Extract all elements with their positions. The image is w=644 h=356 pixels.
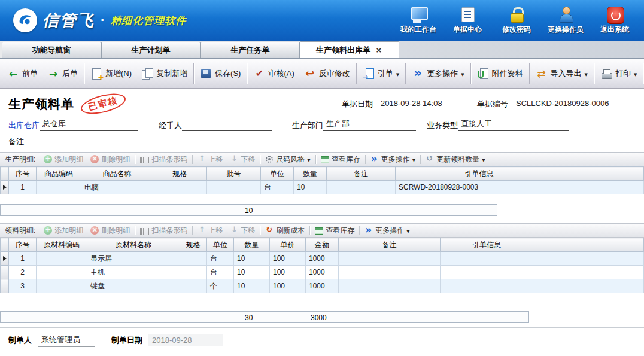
more-actions-section-button[interactable]: 更多操作	[367, 154, 419, 165]
cell-seq[interactable]: 2	[9, 266, 37, 279]
next-doc-button[interactable]: 后单	[42, 62, 83, 85]
header-action-exit-system[interactable]: 退出系统	[590, 5, 639, 36]
cell-seq[interactable]: 3	[9, 279, 37, 293]
scan-barcode-button[interactable]: 扫描条形码	[136, 225, 191, 236]
add-detail-button[interactable]: 添加明细	[40, 154, 87, 165]
update-qty-button[interactable]: 更新领料数量	[422, 154, 488, 165]
save-button[interactable]: 保存(S)	[195, 62, 245, 85]
cell-ref[interactable]: SCRWD-20180928-0003	[396, 181, 563, 194]
cell-unit[interactable]: 台	[207, 252, 234, 266]
view-stock-button[interactable]: 查看库存	[311, 225, 358, 236]
material-summary-band: 30 3000	[0, 311, 529, 323]
grid-header-row: 序号 商品编码 商品名称 规格 批号 单位 数量 备注 引单信息	[1, 167, 644, 181]
header-action-change-password[interactable]: 修改密码	[492, 5, 541, 36]
header-action-workstation[interactable]: 我的工作台	[394, 5, 443, 36]
cell-seq[interactable]: 1	[9, 181, 37, 194]
doc-no-field[interactable]: SCLLCKD-20180928-0006	[513, 98, 636, 109]
delete-detail-button[interactable]: 删除明细	[87, 154, 133, 165]
save-icon	[200, 68, 212, 80]
cell-amount[interactable]: 1000	[306, 279, 339, 293]
button-label: 导入导出	[551, 68, 582, 79]
dept-field[interactable]: 生产部	[323, 118, 416, 131]
grid-row[interactable]: 2 主机 台 10 100 1000	[1, 266, 644, 279]
cell-code[interactable]	[37, 181, 81, 194]
scan-barcode-button[interactable]: 扫描条形码	[136, 154, 191, 165]
cell-amount[interactable]: 1000	[306, 252, 339, 266]
stock-grid-icon	[315, 227, 323, 235]
cell-unit[interactable]: 台	[261, 181, 294, 194]
cell-code[interactable]	[37, 279, 87, 293]
copy-new-button[interactable]: 复制新增	[136, 62, 192, 85]
header-action-switch-operator[interactable]: 更换操作员	[541, 5, 590, 36]
cell-spec[interactable]	[153, 181, 207, 194]
cell-qty[interactable]: 10	[294, 181, 327, 194]
cell-spec[interactable]	[180, 279, 207, 293]
tab-function-nav[interactable]: 功能导航窗	[2, 42, 101, 58]
cell-code[interactable]	[37, 266, 87, 279]
attachments-button[interactable]: 附件资料	[472, 62, 528, 85]
cell-name[interactable]: 主机	[87, 266, 180, 279]
warehouse-field[interactable]: 总仓库	[40, 118, 138, 131]
cell-price[interactable]: 100	[270, 279, 306, 293]
move-down-button[interactable]: 下移	[226, 154, 259, 165]
handler-field[interactable]	[182, 121, 272, 131]
audit-button[interactable]: 审核(A)	[248, 62, 299, 85]
cell-name[interactable]: 电脑	[81, 181, 153, 194]
cell-seq[interactable]: 1	[9, 252, 37, 266]
cell-note[interactable]	[339, 266, 441, 279]
reference-doc-button[interactable]: 引单	[358, 62, 404, 85]
more-actions-button[interactable]: 更多操作	[407, 62, 469, 85]
cell-unit[interactable]: 台	[207, 266, 234, 279]
import-export-button[interactable]: 导入导出	[531, 62, 593, 85]
tab-production-material-out[interactable]: 生产领料出库单	[300, 41, 399, 58]
cell-name[interactable]: 键盘	[87, 279, 180, 293]
cell-amount[interactable]: 1000	[306, 266, 339, 279]
size-style-button[interactable]: 尺码风格	[262, 154, 314, 165]
doc-date-field[interactable]: 2018-09-28 14:08	[378, 98, 467, 109]
print-button[interactable]: 打印	[596, 62, 642, 85]
delete-detail-button[interactable]: 删除明细	[87, 225, 133, 236]
cell-qty[interactable]: 10	[234, 266, 270, 279]
cell-note[interactable]	[339, 252, 441, 266]
cell-name[interactable]: 显示屏	[87, 252, 180, 266]
cell-note[interactable]	[327, 181, 396, 194]
warehouse-label[interactable]: 出库仓库	[8, 120, 40, 131]
close-icon[interactable]	[375, 46, 383, 54]
grid-row[interactable]: 1 显示屏 台 10 100 1000	[1, 252, 644, 266]
spacer	[0, 216, 644, 223]
move-up-button[interactable]: 上移	[194, 225, 226, 236]
cell-qty[interactable]: 10	[234, 252, 270, 266]
cell-note[interactable]	[339, 279, 441, 293]
cell-spec[interactable]	[180, 266, 207, 279]
more-actions-section-button[interactable]: 更多操作	[361, 225, 413, 236]
move-down-button[interactable]: 下移	[226, 225, 259, 236]
biz-type-field[interactable]: 直接人工	[458, 118, 569, 131]
cell-batch[interactable]	[207, 181, 261, 194]
cell-ref[interactable]	[441, 252, 533, 266]
button-label: 复制新增	[156, 68, 187, 79]
grid-row[interactable]: 1 电脑 台 10 SCRWD-20180928-0003	[1, 181, 644, 194]
action-label: 上移	[208, 226, 223, 236]
tab-production-plan[interactable]: 生产计划单	[101, 42, 201, 58]
unaudit-button[interactable]: 反审修改	[299, 62, 355, 85]
remarks-field[interactable]	[35, 137, 133, 147]
toolbar-separator	[594, 63, 594, 84]
cell-qty[interactable]: 10	[234, 279, 270, 293]
view-stock-button[interactable]: 查看库存	[317, 154, 364, 165]
move-up-button[interactable]: 上移	[194, 154, 226, 165]
add-detail-button[interactable]: 添加明细	[40, 225, 87, 236]
cell-ref[interactable]	[441, 266, 533, 279]
header-action-document-center[interactable]: 单据中心	[443, 5, 492, 36]
prev-doc-button[interactable]: 前单	[2, 62, 42, 85]
column-header: 商品编码	[37, 167, 81, 181]
tab-production-task[interactable]: 生产任务单	[201, 42, 300, 58]
cell-code[interactable]	[37, 252, 87, 266]
cell-ref[interactable]	[441, 279, 533, 293]
refresh-cost-button[interactable]: 刷新成本	[262, 225, 308, 236]
cell-unit[interactable]: 个	[207, 279, 234, 293]
cell-price[interactable]: 100	[270, 252, 306, 266]
cell-price[interactable]: 100	[270, 266, 306, 279]
cell-spec[interactable]	[180, 252, 207, 266]
grid-row[interactable]: 3 键盘 个 10 100 1000	[1, 279, 644, 293]
new-button[interactable]: 新增(N)	[86, 62, 136, 85]
